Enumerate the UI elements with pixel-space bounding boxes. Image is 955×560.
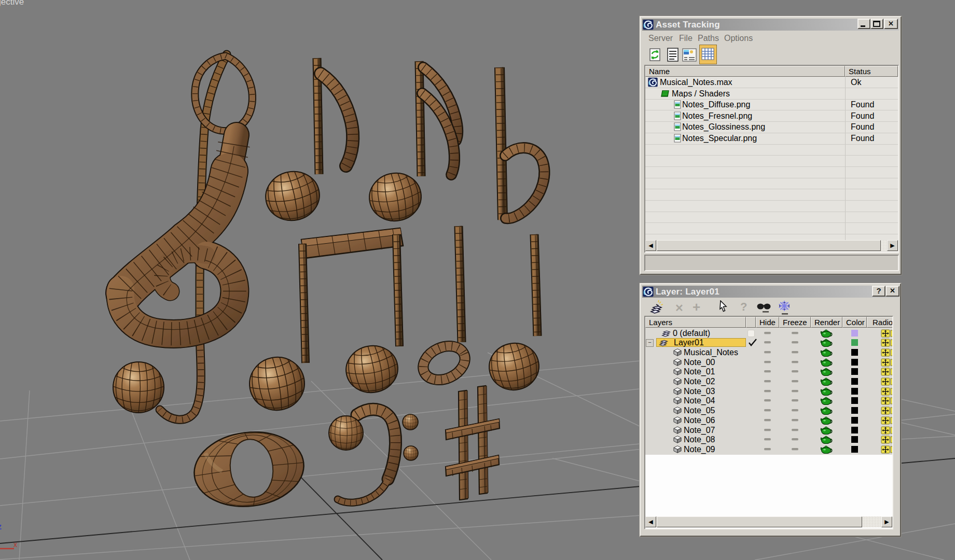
svg-text:x: x bbox=[13, 540, 17, 549]
svg-text:jective: jective bbox=[0, 0, 24, 7]
svg-text:z: z bbox=[0, 522, 2, 531]
